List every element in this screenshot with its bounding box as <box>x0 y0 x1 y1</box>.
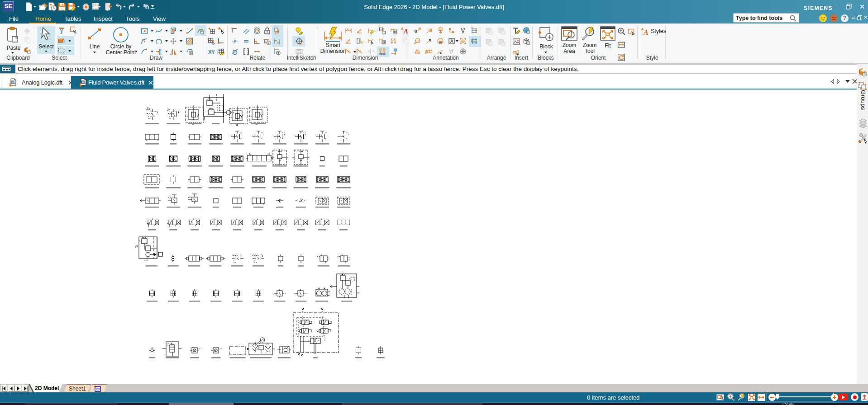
svg-text:A1: A1 <box>439 41 442 43</box>
svg-text:x: x <box>347 28 348 30</box>
svg-text:x: x <box>360 49 361 52</box>
svg-text:X X: X X <box>391 38 396 41</box>
svg-text:A: A <box>380 28 382 31</box>
svg-text:XY: XY <box>208 49 215 55</box>
svg-text:A: A <box>440 28 442 31</box>
svg-text:x: x <box>360 29 362 32</box>
svg-text:x: x <box>372 38 373 41</box>
svg-text:x: x <box>348 49 350 52</box>
svg-text:±: ± <box>429 38 431 41</box>
svg-text:7: 7 <box>417 39 419 42</box>
svg-text:A: A <box>403 28 408 34</box>
svg-text:A: A <box>643 28 649 36</box>
svg-text:A: A <box>450 39 453 44</box>
svg-text:a: a <box>415 28 417 33</box>
svg-text:x: x <box>349 39 350 42</box>
